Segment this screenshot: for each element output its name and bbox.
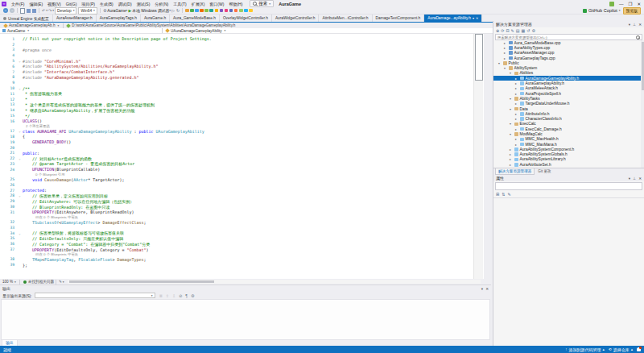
panel-tab[interactable]: Git 更改 [535, 168, 553, 174]
properties-grid[interactable] [493, 198, 644, 335]
menu-item[interactable]: 测试(S) [134, 2, 153, 6]
chevron-right-icon[interactable]: ▸ [514, 127, 518, 131]
solution-platform-dropdown[interactable]: Win64▾ [78, 7, 97, 15]
undo-dropdown-icon[interactable]: ▾ [46, 9, 47, 12]
properties-icon[interactable]: ✎ [511, 28, 514, 33]
tree-scrollbar[interactable] [641, 40, 644, 168]
start-without-debugging-icon[interactable]: ▷ [171, 8, 175, 13]
ue-toolbar-icon[interactable] [225, 9, 229, 13]
chevron-right-icon[interactable]: ▸ [508, 157, 513, 161]
select-repository-button[interactable]: ⟲ 选择仓库 ▴ [609, 347, 633, 352]
add-to-source-control-button[interactable]: ↑ 添加到源代码管理 ▴ [565, 347, 605, 352]
menu-item[interactable]: 分析(N) [152, 2, 171, 6]
chevron-right-icon[interactable]: ▸ [502, 46, 507, 50]
fold-marker-icon[interactable]: ⌄ [17, 86, 23, 90]
word-wrap-icon[interactable]: ¶ [185, 293, 188, 298]
ue-toolbar-icon[interactable] [239, 9, 243, 13]
close-button[interactable]: ✕ [637, 2, 641, 6]
document-tab[interactable]: AuraWidgetController.h [272, 15, 320, 22]
chevron-right-icon[interactable]: ▸ [514, 137, 518, 141]
chevron-right-icon[interactable]: ▸ [514, 112, 518, 116]
chevron-right-icon[interactable]: ▸ [514, 77, 518, 81]
project-dropdown[interactable]: AuraGame [7, 29, 25, 33]
navigate-back-icon[interactable]: ← [3, 8, 8, 13]
property-pages-icon[interactable]: ✎ [507, 192, 510, 197]
settings-icon[interactable]: ⚙ [531, 28, 535, 33]
redo-icon[interactable]: ↷ [48, 8, 52, 13]
chevron-right-icon[interactable]: ▸ [508, 152, 513, 156]
chevron-right-icon[interactable]: ▸ [514, 117, 518, 121]
menu-item[interactable]: 项目(P) [79, 2, 97, 6]
view-code-icon[interactable]: ▦ [522, 28, 526, 33]
document-tab[interactable]: Aura_GameModeBase.h [170, 15, 220, 22]
minimize-button[interactable]: — [619, 2, 624, 6]
notifications-bell-icon[interactable] [637, 347, 641, 351]
solution-explorer-search[interactable] [495, 34, 642, 40]
code-editor[interactable]: 1// Fill out your copyright notice in th… [0, 34, 484, 279]
properties-chevron-down-icon[interactable]: ▾ [629, 176, 630, 181]
ue-toolbar-icon[interactable] [195, 9, 199, 13]
show-all-files-icon[interactable]: ▤ [516, 28, 520, 33]
save-all-icon[interactable] [32, 9, 36, 13]
ue-toolbar-icon[interactable] [244, 9, 248, 13]
start-debugging-icon[interactable]: ▶ [128, 8, 131, 13]
document-tab[interactable]: AttributeMen...tController.h [319, 15, 372, 22]
chevron-right-icon[interactable]: ▸ [514, 92, 518, 96]
horizontal-scrollbar[interactable] [68, 280, 481, 284]
ue-toolbar-icon[interactable] [204, 9, 208, 13]
menu-item[interactable]: 生成(B) [97, 2, 116, 6]
hot-reload-icon[interactable]: ↻ [176, 8, 180, 13]
chevron-down-icon[interactable]: ▾ [508, 122, 513, 126]
settings-icon[interactable]: ⚙ [191, 293, 194, 298]
startup-project-dropdown[interactable]: AuraGame [107, 9, 126, 13]
maximize-button[interactable]: ❐ [628, 2, 632, 6]
solution-configuration-dropdown[interactable]: Develop▾ [55, 7, 76, 15]
document-tab[interactable]: AuraDamage...ayAbility.h▾✕ [424, 15, 482, 22]
chevron-right-icon[interactable]: ▸ [514, 86, 518, 90]
chevron-right-icon[interactable]: ▸ [502, 41, 507, 45]
sync-with-active-document-icon[interactable]: ↺ [526, 28, 530, 33]
menu-item[interactable]: 调试(D) [116, 2, 134, 6]
jump-previous-icon[interactable]: ⇧ [166, 293, 169, 298]
ue-toolbar-icon[interactable] [220, 9, 224, 13]
document-tab[interactable]: AuraGameplayTags.h [97, 15, 141, 22]
vertical-scrollbar[interactable] [473, 34, 483, 279]
alphabetical-icon[interactable]: ⇅ [502, 192, 505, 197]
chevron-down-icon[interactable]: ▾ [502, 66, 507, 70]
ue-toolbar-icon[interactable] [209, 9, 213, 13]
refresh-icon[interactable]: ⟳ [501, 28, 504, 33]
chevron-down-icon[interactable]: ▾ [508, 107, 513, 111]
chevron-down-icon[interactable]: ▾ [508, 71, 513, 75]
chevron-right-icon[interactable]: ▸ [514, 81, 518, 85]
categorized-icon[interactable]: ⊞ [496, 192, 499, 197]
editor-zoom-dropdown[interactable]: 100 % [2, 280, 13, 284]
chevron-right-icon[interactable]: ▸ [502, 51, 507, 55]
tree-item[interactable]: ▸AuraAttributeSet.h [493, 162, 644, 167]
ue-toolbar-icon[interactable] [190, 9, 194, 13]
menu-item[interactable]: 文件(F) [9, 2, 27, 6]
chevron-down-icon[interactable]: ▾ [508, 97, 513, 101]
undo-icon[interactable]: ↶ [42, 8, 45, 13]
type-dropdown[interactable]: UAuraDamageGameplayAbility [171, 29, 222, 33]
output-content[interactable] [1, 299, 490, 340]
preview-badge-button[interactable]: 预览版 [623, 7, 641, 15]
fold-marker-icon[interactable]: ⌄ [17, 231, 23, 235]
tab-dropdown-icon[interactable]: ▾ [473, 16, 474, 20]
menu-item[interactable]: 帮助(H) [226, 2, 245, 6]
menu-item[interactable]: 工具(T) [171, 2, 188, 6]
document-dropdown[interactable]: AuraDamageGameplayAb.h [9, 23, 55, 27]
panel-tab[interactable]: 解决方案资源管理器 [495, 168, 535, 175]
chevron-right-icon[interactable]: ▸ [514, 102, 518, 106]
menu-item[interactable]: 编辑(E) [27, 2, 45, 6]
chevron-down-icon[interactable]: ▾ [497, 61, 502, 65]
menu-item[interactable]: 视图(V) [45, 2, 64, 6]
github-copilot-button[interactable]: GitHub Copilot ▾ [583, 8, 621, 13]
chevron-right-icon[interactable]: ▸ [508, 147, 513, 152]
explorer-close-icon[interactable]: ✕ [638, 23, 642, 27]
fold-marker-icon[interactable]: ⌄ [17, 193, 23, 197]
chevron-right-icon[interactable]: ▸ [508, 163, 513, 167]
tab-close-icon[interactable]: ✕ [476, 16, 478, 20]
horizontal-scrollbar-thumb[interactable] [69, 280, 214, 283]
clear-all-icon[interactable]: ⊘ [179, 293, 182, 298]
output-source-dropdown[interactable]: ▾ [35, 293, 155, 298]
